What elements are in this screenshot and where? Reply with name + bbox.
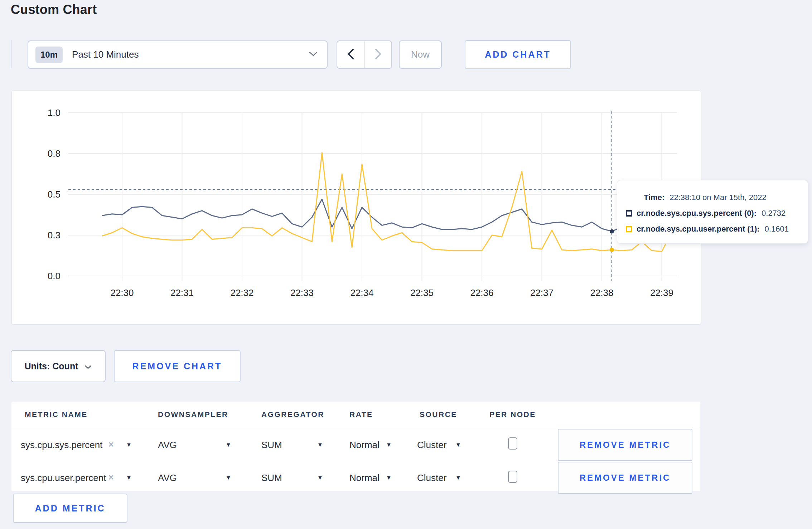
x-axis-tick-label: 22:37 xyxy=(530,287,554,298)
col-header-per-node: PER NODE xyxy=(489,410,536,419)
metric-name-value[interactable]: sys.cpu.user.percent xyxy=(21,472,106,484)
aggregator-caret-icon[interactable]: ▼ xyxy=(317,475,323,481)
remove-metric-button[interactable]: REMOVE METRIC xyxy=(558,462,692,494)
chevron-left-icon xyxy=(347,48,354,61)
y-axis-tick-label: 0.5 xyxy=(48,189,61,200)
downsampler-select[interactable]: AVG xyxy=(158,472,177,484)
col-header-downsampler: DOWNSAMPLER xyxy=(158,410,228,419)
time-next-button[interactable] xyxy=(364,40,392,69)
y-axis-tick-label: 0.3 xyxy=(48,230,61,241)
add-metric-button[interactable]: ADD METRIC xyxy=(13,494,127,523)
y-axis-tick-label: 0.8 xyxy=(48,148,61,159)
time-window-badge: 10m xyxy=(35,47,63,63)
time-prev-button[interactable] xyxy=(337,40,364,69)
x-axis-tick-label: 22:32 xyxy=(230,287,253,298)
tooltip-user-series-name: cr.node.sys.cpu.user.percent (1): xyxy=(637,224,760,234)
source-select[interactable]: Cluster xyxy=(417,440,446,451)
x-axis-tick-label: 22:38 xyxy=(590,287,613,298)
time-window-label: Past 10 Minutes xyxy=(72,49,139,60)
x-axis-tick-label: 22:30 xyxy=(110,287,134,298)
chevron-down-icon xyxy=(309,52,318,58)
metric-name-value[interactable]: sys.cpu.sys.percent xyxy=(21,440,102,451)
chart-card[interactable]: 0.00.30.50.81.022:3022:3122:3222:3322:34… xyxy=(11,90,701,325)
cpu-percent-line-chart[interactable]: 0.00.30.50.81.022:3022:3122:3222:3322:34… xyxy=(12,91,701,324)
tooltip-sys-series-value: 0.2732 xyxy=(762,209,786,218)
series-line xyxy=(102,199,677,232)
rate-caret-icon[interactable]: ▼ xyxy=(386,475,392,481)
rate-caret-icon[interactable]: ▼ xyxy=(386,442,392,448)
source-select[interactable]: Cluster xyxy=(417,472,446,484)
add-chart-button[interactable]: ADD CHART xyxy=(465,40,571,69)
x-axis-tick-label: 22:31 xyxy=(170,287,194,298)
aggregator-caret-icon[interactable]: ▼ xyxy=(317,442,323,448)
source-caret-icon[interactable]: ▼ xyxy=(455,475,461,481)
tooltip-sys-series-name: cr.node.sys.cpu.sys.percent (0): xyxy=(637,209,757,218)
metric-name-caret-icon[interactable]: ▼ xyxy=(126,475,132,481)
downsampler-caret-icon[interactable]: ▼ xyxy=(226,442,231,448)
per-node-checkbox[interactable] xyxy=(508,471,517,483)
remove-chart-button[interactable]: REMOVE CHART xyxy=(114,350,241,382)
tooltip-user-series-value: 0.1601 xyxy=(765,224,789,234)
tooltip-time-label: Time: xyxy=(644,193,664,202)
remove-metric-x-icon[interactable]: × xyxy=(108,439,114,450)
units-select[interactable]: Units: Count xyxy=(11,350,106,382)
metric-name-caret-icon[interactable]: ▼ xyxy=(126,442,132,448)
x-axis-tick-label: 22:34 xyxy=(350,287,373,298)
y-axis-tick-label: 0.0 xyxy=(48,271,61,281)
source-caret-icon[interactable]: ▼ xyxy=(455,442,461,448)
col-header-rate: RATE xyxy=(349,410,373,419)
page-title: Custom Chart xyxy=(11,2,97,17)
user-series-swatch-icon xyxy=(626,226,632,232)
col-header-source: SOURCE xyxy=(420,410,457,419)
chevron-right-icon xyxy=(374,48,382,61)
rate-select[interactable]: Normal xyxy=(349,440,380,451)
col-header-aggregator: AGGREGATOR xyxy=(261,410,324,419)
units-label: Units: Count xyxy=(25,361,78,372)
toolbar-divider xyxy=(11,40,11,68)
downsampler-select[interactable]: AVG xyxy=(158,440,177,451)
per-node-checkbox[interactable] xyxy=(508,437,517,450)
chevron-down-icon xyxy=(84,361,92,372)
time-window-select[interactable]: 10m Past 10 Minutes xyxy=(28,40,328,69)
y-axis-tick-label: 1.0 xyxy=(48,107,61,118)
aggregator-select[interactable]: SUM xyxy=(261,440,282,451)
chart-hover-tooltip: Time: 22:38:10 on Mar 15th, 2022 cr.node… xyxy=(617,180,808,244)
remove-metric-button[interactable]: REMOVE METRIC xyxy=(558,429,692,461)
table-header-divider xyxy=(11,428,700,428)
remove-metric-x-icon[interactable]: × xyxy=(108,472,114,483)
x-axis-tick-label: 22:36 xyxy=(470,287,493,298)
col-header-metric-name: METRIC NAME xyxy=(25,410,88,419)
series-line xyxy=(102,153,677,252)
sys-series-swatch-icon xyxy=(626,210,632,217)
tooltip-time-value: 22:38:10 on Mar 15th, 2022 xyxy=(670,193,766,202)
rate-select[interactable]: Normal xyxy=(349,472,380,484)
now-button[interactable]: Now xyxy=(399,40,442,69)
x-axis-tick-label: 22:39 xyxy=(650,287,673,298)
x-axis-tick-label: 22:35 xyxy=(410,287,434,298)
aggregator-select[interactable]: SUM xyxy=(261,472,282,484)
downsampler-caret-icon[interactable]: ▼ xyxy=(226,475,231,481)
x-axis-tick-label: 22:33 xyxy=(290,287,314,298)
